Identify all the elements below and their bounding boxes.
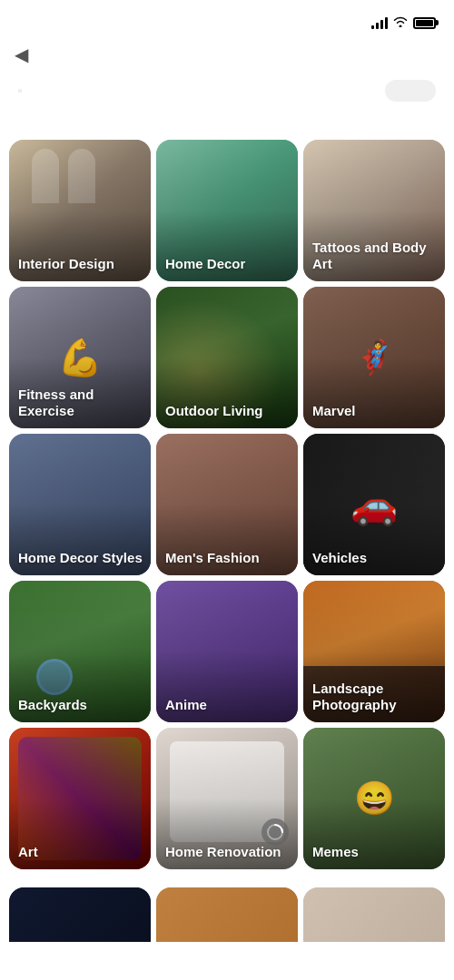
topic-label-memes: Memes (312, 844, 439, 860)
app-store-nav: ◀ (0, 40, 454, 73)
topic-label-interior-design: Interior Design (18, 256, 145, 272)
topic-card-outdoor-living[interactable]: Outdoor Living (156, 287, 298, 428)
topic-card-marvel[interactable]: 🦸 Marvel (303, 287, 445, 428)
topic-label-outdoor-living: Outdoor Living (165, 403, 292, 419)
topic-label-home-decor: Home Decor (165, 256, 292, 272)
topic-card-interior-design[interactable]: Interior Design (9, 140, 151, 281)
topic-label-vehicles: Vehicles (312, 550, 439, 566)
partial-card-space[interactable] (9, 887, 151, 942)
topic-card-backyards[interactable]: Backyards (9, 581, 151, 722)
topic-label-marvel: Marvel (312, 403, 439, 419)
page-header (0, 73, 454, 116)
topic-card-tattoos-body-art[interactable]: Tattoos and Body Art (303, 140, 445, 281)
status-icons (371, 16, 436, 30)
topic-label-art: Art (18, 844, 145, 860)
renovation-progress (262, 818, 289, 846)
topic-card-home-decor-styles[interactable]: Home Decor Styles (9, 434, 151, 575)
battery-icon (413, 17, 436, 29)
topic-card-home-decor[interactable]: Home Decor (156, 140, 298, 281)
topic-label-backyards: Backyards (18, 697, 145, 713)
topic-label-mens-fashion: Men's Fashion (165, 550, 292, 566)
topic-card-memes[interactable]: 😄 Memes (303, 728, 445, 869)
partial-card-food[interactable] (156, 887, 298, 942)
partial-topics-row (0, 887, 454, 942)
topic-card-art[interactable]: Art (9, 728, 151, 869)
wifi-icon (393, 16, 408, 30)
topic-card-fitness-exercise[interactable]: 💪 Fitness and Exercise (9, 287, 151, 428)
partial-card-balloon[interactable] (303, 887, 445, 942)
topic-card-landscape-photography[interactable]: Landscape Photography (303, 581, 445, 722)
topic-label-landscape-photography: Landscape Photography (312, 681, 439, 713)
topic-label-home-renovation: Home Renovation (165, 844, 292, 860)
title-section (0, 116, 454, 140)
topic-label-anime: Anime (165, 697, 292, 713)
topic-card-mens-fashion[interactable]: Men's Fashion (156, 434, 298, 575)
back-to-app-store[interactable]: ◀ (15, 44, 32, 65)
topic-label-fitness-exercise: Fitness and Exercise (18, 387, 145, 419)
topics-grid: Interior Design Home Decor Tattoos and B… (0, 140, 454, 887)
back-arrow-icon: ◀ (15, 44, 28, 65)
topic-label-home-decor-styles: Home Decor Styles (18, 550, 145, 566)
topic-card-vehicles[interactable]: 🚗 Vehicles (303, 434, 445, 575)
topic-card-anime[interactable]: Anime (156, 581, 298, 722)
topic-card-home-renovation[interactable]: Home Renovation (156, 728, 298, 869)
topic-label-tattoos-body-art: Tattoos and Body Art (312, 240, 439, 272)
next-button[interactable] (385, 80, 436, 102)
status-bar (0, 0, 454, 40)
signal-icon (371, 16, 388, 29)
back-button[interactable] (18, 89, 22, 93)
